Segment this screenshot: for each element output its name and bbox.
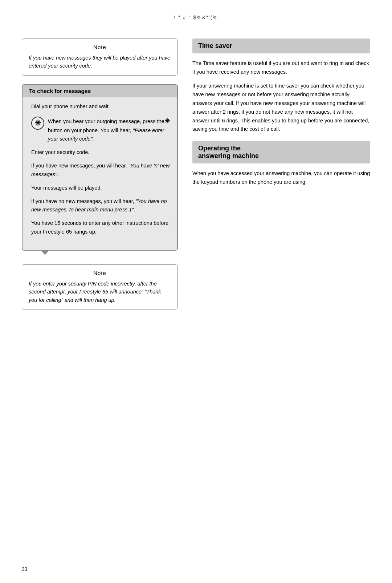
note-box-2: Note If you enter your security PIN code… (22, 264, 178, 309)
right-column: Time saver The Time saver feature is use… (192, 39, 370, 318)
page-number: 33 (22, 566, 28, 572)
step-3: Enter your security code. (31, 148, 171, 157)
note-box-1: Note If you have new messages they will … (22, 39, 178, 76)
time-saver-title: Time saver (198, 42, 232, 49)
two-col-layout: Note If you have new messages they will … (22, 39, 370, 318)
step-2: ✳ When you hear your outgoing message, p… (31, 116, 171, 143)
time-saver-header: Time saver (192, 39, 370, 53)
note1-title: Note (29, 44, 171, 50)
note2-text: If you enter your security PIN code inco… (29, 280, 171, 304)
step-2-text: When you hear your outgoing message, pre… (48, 116, 171, 143)
operating-header: Operating the answering machine (192, 141, 370, 163)
check-messages-header: To check for messages (23, 85, 177, 97)
step-7: You have 15 seconds to enter any other i… (31, 219, 171, 236)
step-6: If you have no new messages, you will he… (31, 197, 171, 214)
step-5: Your messages will be played. (31, 184, 171, 192)
time-saver-body: The Time saver feature is useful if you … (192, 59, 370, 134)
operating-body: When you have accessed your answering ma… (192, 169, 370, 187)
note1-text: If you have new messages they will be pl… (29, 54, 171, 70)
operating-title: Operating the answering machine (198, 145, 364, 160)
operating-para-1: When you have accessed your answering ma… (192, 169, 370, 187)
note2-title: Note (29, 270, 171, 276)
operating-title-line1: Operating the (198, 145, 241, 152)
note2-italic: If you enter your security PIN code inco… (29, 281, 161, 303)
step-1: Dial your phone number and wait. (31, 102, 171, 111)
check-messages-box: To check for messages Dial your phone nu… (22, 84, 178, 251)
left-column: Note If you have new messages they will … (22, 39, 178, 318)
operating-title-line2: answering machine (198, 152, 259, 159)
time-saver-para-1: The Time saver feature is useful if you … (192, 59, 370, 77)
page-container: ! " # " $%&"'(% Note If you have new mes… (0, 0, 392, 583)
time-saver-para-2: If your answering machine is set to time… (192, 82, 370, 134)
check-messages-body: Dial your phone number and wait. ✳ When … (23, 97, 177, 246)
header-line: ! " # " $%&"'(% (22, 15, 370, 20)
step-4: If you have new messages, you will hear,… (31, 162, 171, 178)
asterisk-icon: ✳ (31, 117, 44, 130)
